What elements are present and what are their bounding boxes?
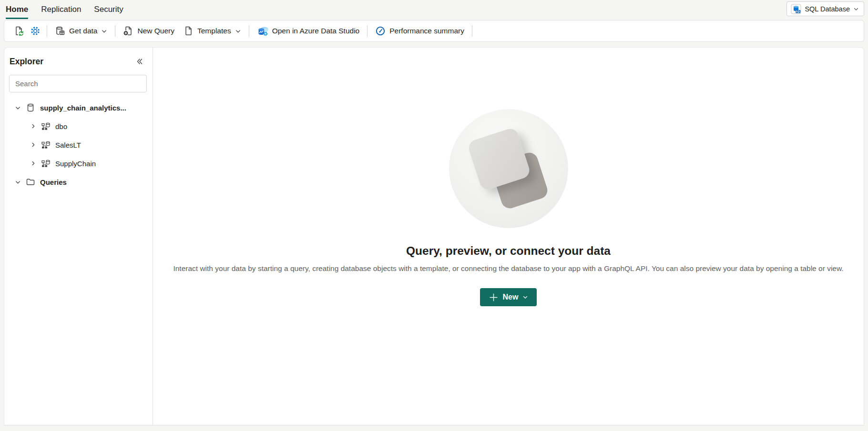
tree-item-label: supply_chain_analytics... (40, 104, 126, 112)
chevron-right-icon (31, 123, 36, 129)
search-wrap (4, 69, 153, 97)
settings-gear-icon (30, 26, 41, 36)
empty-state-illustration (449, 109, 568, 228)
empty-state-title: Query, preview, or connect your data (406, 244, 611, 258)
empty-state-description: Interact with your data by starting a qu… (168, 263, 849, 274)
toolbar-separator (249, 25, 249, 37)
chevron-down-icon (15, 179, 21, 185)
chevron-right-icon (31, 142, 36, 148)
home-toolbar: Get data New Query (4, 20, 864, 42)
content-card: Explorer (4, 47, 864, 425)
empty-state-pane: Query, preview, or connect your data Int… (153, 48, 864, 425)
explorer-pane: Explorer (4, 48, 153, 425)
database-grid-icon (55, 26, 65, 36)
tab-replication[interactable]: Replication (41, 4, 81, 19)
toolbar-separator (47, 25, 47, 37)
new-query-label: New Query (137, 27, 174, 35)
tree-row-schema-dbo[interactable]: dbo (4, 118, 153, 135)
document-icon (183, 26, 194, 36)
database-icon (26, 103, 35, 112)
workload-selector-button[interactable]: SQL SQL Database (786, 1, 864, 16)
ribbon-tabbar: Home Replication Security (0, 0, 868, 19)
workload-selector-label: SQL Database (805, 5, 850, 13)
tree-row-database[interactable]: supply_chain_analytics... (4, 99, 153, 116)
tree-row-queries[interactable]: Queries (4, 173, 153, 190)
chevron-down-icon (15, 105, 21, 111)
templates-button[interactable]: Templates (179, 23, 245, 39)
tree-item-label: SupplyChain (55, 160, 96, 168)
schema-icon (41, 121, 51, 131)
explorer-title: Explorer (10, 57, 43, 67)
tree-row-schema-saleslt[interactable]: SalesLT (4, 136, 153, 153)
chevron-down-icon (522, 294, 528, 300)
plus-icon (489, 292, 499, 302)
tree-item-label: dbo (55, 122, 67, 130)
new-button-label: New (503, 293, 519, 301)
object-tree: supply_chain_analytics... (4, 97, 153, 190)
schema-refresh-icon (14, 26, 24, 36)
sql-database-workspace: Home Replication Security SQL SQL Databa… (0, 0, 868, 431)
double-chevron-left-icon (136, 58, 143, 65)
get-data-button[interactable]: Get data (51, 23, 112, 39)
toolbar-separator (472, 25, 472, 37)
gauge-icon (375, 26, 386, 36)
tree-item-label: SalesLT (55, 141, 81, 149)
refresh-schema-button[interactable] (11, 23, 27, 39)
svg-text:SQL: SQL (796, 10, 801, 13)
chevron-right-icon (31, 160, 36, 166)
tab-security[interactable]: Security (94, 4, 123, 19)
explorer-header: Explorer (4, 54, 153, 69)
toolbar-separator (115, 25, 115, 37)
tree-item-label: Queries (40, 178, 67, 186)
open-azure-data-studio-label: Open in Azure Data Studio (272, 27, 360, 35)
folder-icon (26, 177, 35, 187)
new-query-button[interactable]: New Query (119, 23, 179, 39)
performance-summary-button[interactable]: Performance summary (371, 23, 469, 39)
settings-button[interactable] (27, 23, 43, 39)
tab-home[interactable]: Home (6, 4, 28, 19)
open-azure-data-studio-button[interactable]: Open in Azure Data Studio (253, 23, 364, 39)
performance-summary-label: Performance summary (389, 27, 464, 35)
chevron-down-icon (853, 6, 859, 12)
chevron-down-icon (235, 28, 241, 34)
search-input[interactable] (9, 75, 147, 92)
get-data-label: Get data (69, 27, 97, 35)
document-plus-icon (123, 26, 133, 36)
sql-database-icon: SQL (791, 4, 801, 14)
azure-data-studio-icon (257, 26, 268, 36)
collapse-pane-button[interactable] (133, 55, 146, 68)
schema-icon (41, 159, 51, 168)
new-button[interactable]: New (480, 288, 537, 306)
toolbar-separator (367, 25, 368, 37)
chevron-down-icon (101, 28, 107, 34)
tree-row-schema-supplychain[interactable]: SupplyChain (4, 155, 153, 172)
templates-label: Templates (197, 27, 231, 35)
schema-icon (41, 140, 51, 150)
